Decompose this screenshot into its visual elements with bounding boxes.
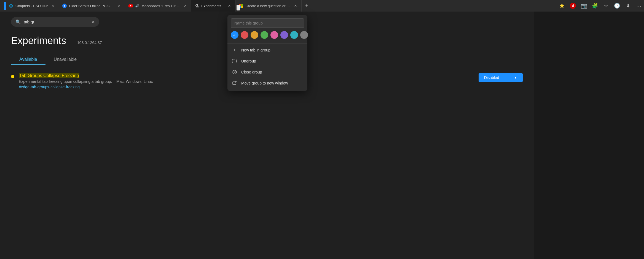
tab-youtube[interactable]: 🔊 Mocedades "Eres Tu" (Rem... ✕ xyxy=(125,0,191,12)
menu-item-close-group-label: Close group xyxy=(241,70,262,74)
version-number: 103.0.1264.37 xyxy=(77,40,102,45)
color-green[interactable] xyxy=(261,31,268,39)
menu-item-ungroup[interactable]: Ungroup xyxy=(227,56,307,67)
tab-chapters[interactable]: 🌐 Chapters - ESO Hub ✕ xyxy=(0,0,59,12)
group-name-input[interactable] xyxy=(231,18,304,28)
extensions-icon[interactable]: 🧩 xyxy=(590,1,600,11)
tab-create[interactable]: Create a new question or start a... ✕ xyxy=(235,0,302,12)
tab-bar: 🌐 Chapters - ESO Hub ✕ f Elder Scrolls O… xyxy=(0,0,644,12)
tab-experiments[interactable]: ⚗ Experiments ✕ xyxy=(191,0,235,12)
tab-experiments-title: Experiments xyxy=(201,4,225,8)
favorites-star-icon[interactable]: ☆ xyxy=(601,1,611,11)
camera-icon[interactable]: 📷 xyxy=(579,1,589,11)
feature-name: Tab Groups Collapse Freezing xyxy=(19,73,79,78)
menu-item-new-tab[interactable]: + New tab in group xyxy=(227,45,307,56)
chapters-favicon: 🌐 xyxy=(9,4,13,8)
d-icon-btn[interactable]: d xyxy=(568,1,578,11)
group-popup: + New tab in group Ungroup Close group xyxy=(227,15,307,91)
tab-facebook-title: Elder Scrolls Online PC Gamers | xyxy=(69,4,114,8)
color-pink[interactable] xyxy=(270,31,278,39)
tab-create-close[interactable]: ✕ xyxy=(293,3,298,8)
search-input[interactable] xyxy=(24,20,88,24)
search-bar: 🔍 ✕ xyxy=(11,17,99,27)
feature-status-dropdown[interactable]: Disabled ▼ xyxy=(479,73,523,82)
tab-chapters-title: Chapters - ESO Hub xyxy=(15,4,48,8)
tab-available[interactable]: Available xyxy=(11,54,45,65)
tab-create-title: Create a new question or start a... xyxy=(245,4,291,8)
tab-youtube-title: Mocedades "Eres Tu" (Rem... xyxy=(141,4,181,8)
plus-icon: + xyxy=(232,47,237,53)
menu-item-ungroup-label: Ungroup xyxy=(241,59,256,63)
tab-youtube-close[interactable]: ✕ xyxy=(183,3,188,8)
ungroup-icon xyxy=(232,58,237,64)
menu-divider-1 xyxy=(227,43,307,43)
right-toolbar: ⭐ d 📷 🧩 ☆ 🕐 ⬇ ··· xyxy=(557,0,644,12)
color-blue[interactable] xyxy=(231,31,238,39)
more-icon[interactable]: ··· xyxy=(634,1,644,11)
feature-dot xyxy=(11,75,14,78)
d-badge: d xyxy=(570,3,576,9)
tab-chapters-close[interactable]: ✕ xyxy=(50,3,55,8)
color-teal[interactable] xyxy=(290,31,298,39)
color-red[interactable] xyxy=(241,31,248,39)
menu-item-close-group[interactable]: Close group xyxy=(227,67,307,78)
history-icon[interactable]: 🕐 xyxy=(612,1,622,11)
feature-highlight: Tab Groups Collapse Freezing xyxy=(19,73,79,78)
download-icon[interactable]: ⬇ xyxy=(623,1,633,11)
color-orange[interactable] xyxy=(251,31,258,39)
new-tab-button[interactable]: + xyxy=(302,0,312,12)
audio-icon: 🔊 xyxy=(135,4,139,8)
youtube-favicon xyxy=(128,4,133,8)
experiments-favicon: ⚗ xyxy=(195,4,199,8)
mouse-cursor xyxy=(237,5,240,10)
menu-item-move-window[interactable]: Move group to new window xyxy=(227,78,307,89)
color-row xyxy=(227,31,307,42)
tab-facebook[interactable]: f Elder Scrolls Online PC Gamers | ✕ xyxy=(59,0,125,12)
search-icon: 🔍 xyxy=(15,19,21,24)
tab-group-indicator xyxy=(4,2,6,10)
chevron-down-icon: ▼ xyxy=(514,76,517,80)
menu-item-new-tab-label: New tab in group xyxy=(241,48,270,52)
favorites-icon[interactable]: ⭐ xyxy=(557,1,567,11)
color-gray[interactable] xyxy=(300,31,308,39)
close-circle-icon xyxy=(232,69,237,75)
tab-experiments-close[interactable]: ✕ xyxy=(227,3,232,8)
right-panel xyxy=(534,12,644,259)
menu-item-move-window-label: Move group to new window xyxy=(241,81,288,85)
search-clear-icon[interactable]: ✕ xyxy=(91,19,95,24)
page-title: Experiments xyxy=(11,35,66,47)
color-purple[interactable] xyxy=(280,31,288,39)
move-window-icon xyxy=(232,80,237,86)
tab-unavailable[interactable]: Unavailable xyxy=(45,54,85,65)
tab-facebook-close[interactable]: ✕ xyxy=(117,3,122,8)
facebook-favicon: f xyxy=(62,4,67,8)
svg-rect-0 xyxy=(233,59,237,63)
content-tabs: Available Unavailable xyxy=(11,54,237,65)
